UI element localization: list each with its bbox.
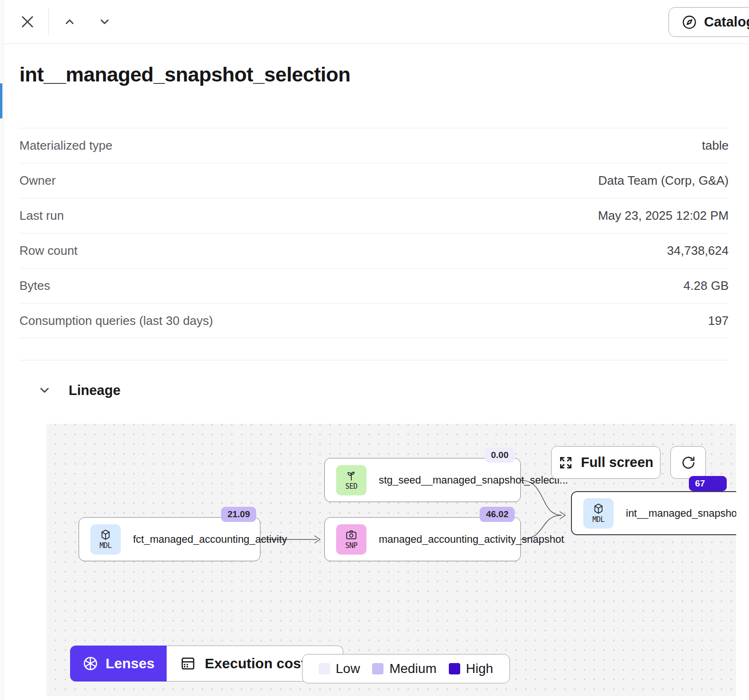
detail-label: Row count	[19, 243, 78, 258]
sprout-icon	[345, 469, 357, 482]
lineage-node-managed-accounting-activity-snapshot[interactable]: 46.02 SNP managed_accounting_activity_sn…	[324, 517, 521, 561]
execution-cost-legend: Low Medium High	[302, 654, 510, 683]
detail-row-last-run: Last run May 23, 2025 12:02 PM	[19, 198, 729, 233]
lenses-button[interactable]: Lenses	[70, 646, 167, 682]
lineage-section-header: Lineage	[34, 379, 729, 401]
node-type-chip-snapshot: SNP	[336, 524, 366, 555]
expand-icon	[558, 455, 573, 470]
node-type-chip-model: MDL	[90, 524, 121, 555]
fullscreen-button-label: Full screen	[581, 455, 653, 470]
legend-item-high: High	[449, 661, 493, 676]
toolbar-divider	[48, 8, 49, 36]
detail-value: table	[702, 138, 729, 153]
detail-value: May 23, 2025 12:02 PM	[598, 208, 729, 223]
lenses-button-label: Lenses	[106, 655, 154, 672]
detail-label: Last run	[19, 208, 64, 223]
node-type-chip-model: MDL	[583, 498, 614, 529]
cube-icon	[592, 503, 605, 515]
node-name: int__managed_snapshot_selection	[626, 507, 736, 520]
refresh-icon	[680, 455, 696, 471]
chevron-up-icon	[63, 15, 76, 28]
node-name: stg_seed__managed_snapshot_selecti...	[379, 474, 568, 486]
catalog-button[interactable]: Catalog	[669, 7, 749, 37]
detail-row-owner: Owner Data Team (Corp, G&A)	[19, 163, 729, 198]
detail-value: 34,738,624	[667, 243, 729, 258]
detail-row-materialized-type: Materialized type table	[19, 128, 729, 163]
cube-icon	[99, 529, 112, 541]
lineage-node-stg-seed-managed-snapshot-selection[interactable]: 0.00 SED stg_seed__managed_snapshot_sele…	[324, 458, 521, 502]
lineage-node-int-managed-snapshot-selection[interactable]: MDL int__managed_snapshot_selection	[571, 491, 736, 535]
node-type-label: MDL	[99, 541, 112, 550]
detail-label: Bytes	[19, 278, 50, 293]
underlying-page-edge	[0, 0, 4, 700]
detail-label: Materialized type	[19, 138, 113, 153]
legend-label: High	[466, 661, 493, 676]
node-name: fct_managed_accounting_activity	[133, 533, 287, 546]
lineage-collapse-button[interactable]	[34, 379, 55, 401]
legend-swatch-low	[319, 663, 330, 674]
node-type-label: SNP	[345, 541, 357, 550]
detail-row-bytes: Bytes 4.28 GB	[19, 268, 729, 303]
details-table: Materialized type table Owner Data Team …	[19, 128, 729, 338]
page-title: int__managed_snapshot_selection	[19, 63, 729, 86]
lens-selected-label: Execution cost	[205, 655, 305, 672]
node-name: managed_accounting_activity_snapshot	[379, 533, 564, 546]
execution-cost-badge: 46.02	[480, 507, 515, 522]
chevron-down-icon	[98, 15, 111, 28]
next-item-button[interactable]	[94, 11, 115, 32]
node-type-label: MDL	[592, 515, 605, 524]
legend-swatch-medium	[372, 663, 383, 674]
node-type-chip-seed: SED	[336, 465, 366, 495]
underlying-scroll-indicator	[0, 83, 2, 118]
detail-value: Data Team (Corp, G&A)	[598, 173, 729, 188]
compass-icon	[681, 14, 697, 30]
close-icon	[19, 13, 36, 30]
catalog-button-label: Catalog	[704, 14, 749, 30]
lineage-node-fct-managed-accounting-activity[interactable]: 21.09 MDL fct_managed_accounting_activit…	[79, 517, 260, 561]
camera-icon	[345, 529, 357, 541]
execution-cost-badge: 0.00	[485, 448, 515, 463]
detail-label: Consumption queries (last 30 days)	[19, 314, 213, 328]
drawer-toolbar: Catalog	[4, 0, 749, 44]
aperture-icon	[82, 655, 98, 672]
detail-value: 197	[708, 314, 729, 328]
detail-drawer: Catalog int__managed_snapshot_selection …	[4, 0, 749, 700]
detail-row-consumption-queries: Consumption queries (last 30 days) 197	[19, 303, 729, 338]
legend-label: Low	[336, 661, 360, 676]
fullscreen-button[interactable]: Full screen	[551, 446, 660, 479]
refresh-button[interactable]	[670, 446, 706, 479]
execution-cost-badge: 67	[689, 476, 727, 491]
section-divider	[19, 360, 729, 360]
lineage-section-title: Lineage	[69, 383, 121, 398]
legend-item-low: Low	[319, 661, 360, 676]
chevron-down-icon	[37, 383, 52, 397]
detail-value: 4.28 GB	[684, 278, 729, 293]
legend-swatch-high	[449, 663, 460, 674]
legend-item-medium: Medium	[372, 661, 437, 676]
node-type-label: SED	[345, 482, 357, 491]
lineage-canvas[interactable]: 21.09 MDL fct_managed_accounting_activit…	[46, 424, 736, 696]
table-grid-icon	[180, 655, 196, 672]
previous-item-button[interactable]	[59, 11, 80, 32]
detail-label: Owner	[19, 173, 56, 188]
execution-cost-badge: 21.09	[221, 507, 256, 522]
legend-label: Medium	[389, 661, 437, 676]
detail-row-row-count: Row count 34,738,624	[19, 233, 729, 268]
close-button[interactable]	[15, 9, 40, 34]
